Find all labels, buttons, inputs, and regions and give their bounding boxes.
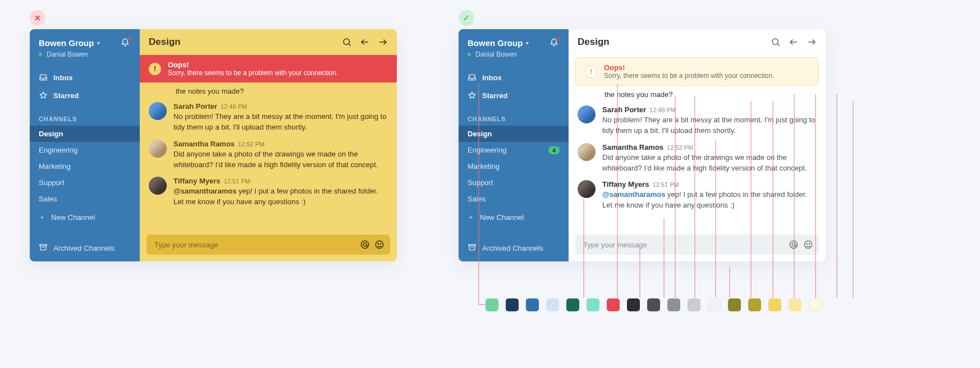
nav-starred[interactable]: Starred [30,86,140,104]
avatar [578,180,596,198]
plus-icon: ＋ [468,213,474,222]
nav-inbox[interactable]: Inbox [30,68,140,86]
channel-item-engineering[interactable]: Engineering [30,142,140,158]
message-input[interactable] [152,236,355,254]
search-icon[interactable] [342,37,352,47]
avatar [578,143,596,161]
color-palette [486,298,822,311]
sidebar: Bowen Group ▾ Danial Bowen [30,29,140,261]
avatar [149,177,167,195]
presence-dot [468,53,471,56]
emoji-icon[interactable] [374,240,384,250]
svg-rect-0 [40,245,47,246]
workspace-name: Bowen Group [468,38,523,48]
svg-point-10 [792,243,795,246]
alert-title: Oops! [168,61,338,69]
next-arrow-icon[interactable] [378,37,388,47]
main-pane: Design ! Oops! Sorry, there seems to be … [140,29,397,261]
sidebar: Bowen Group ▾ Danial Bowen [459,29,569,261]
message-list: the notes you made? Sarah Porter12:48 PM… [140,82,397,230]
alert-icon: ! [585,66,597,78]
plus-icon: ＋ [39,213,45,222]
archive-icon [468,243,477,254]
connection-alert: ! Oops! Sorry, there seems to be a probl… [575,57,819,86]
channel-title: Design [149,36,181,48]
svg-point-12 [807,243,808,245]
new-channel-button[interactable]: ＋ New Channel [459,207,569,228]
prev-arrow-icon[interactable] [360,37,370,47]
svg-rect-7 [469,245,475,246]
avatar [578,105,596,123]
message-fragment: the notes you made? [149,87,388,95]
channel-item-engineering[interactable]: Engineering4 [459,142,569,158]
channel-item-design[interactable]: Design [459,126,569,142]
channel-item-marketing[interactable]: Marketing [30,158,140,174]
mention-icon[interactable] [360,240,370,250]
message-fragment: the notes you made? [578,90,817,99]
notifications-button[interactable] [548,37,560,48]
channel-item-design[interactable]: Design [30,126,140,142]
channel-header: Design [569,29,826,55]
color-swatch [748,298,761,311]
channel-header: Design [140,29,397,55]
search-icon[interactable] [771,37,781,47]
color-swatch [809,298,822,311]
channel-item-sales[interactable]: Sales [30,191,140,207]
channel-item-support[interactable]: Support [459,174,569,191]
mention-icon[interactable] [789,240,799,250]
archived-channels-button[interactable]: Archived Channels [30,236,140,261]
message: Samantha Ramos12:52 PM Did anyone take a… [149,140,388,171]
avatar [149,102,167,120]
message-input[interactable] [581,236,784,254]
alert-title: Oops! [604,63,774,72]
nav-starred[interactable]: Starred [459,86,569,104]
connection-alert: ! Oops! Sorry, there seems to be a probl… [140,55,397,82]
emoji-icon[interactable] [803,240,813,250]
next-arrow-icon[interactable] [807,37,817,47]
bad-indicator-icon: ✕ [30,10,45,26]
notification-dot [127,36,131,41]
avatar [149,140,167,158]
notification-dot [556,36,560,41]
channel-item-support[interactable]: Support [30,174,140,191]
message-list: the notes you made? Sarah Porter12:48 PM… [569,86,826,230]
color-swatch [526,298,539,311]
current-user: Danial Bowen [459,50,569,65]
message: Samantha Ramos12:52 PM Did anyone take a… [578,143,817,174]
nav-inbox[interactable]: Inbox [459,68,569,86]
svg-point-6 [381,243,382,245]
message: Sarah Porter12:48 PM No problem! They ar… [149,102,388,133]
color-swatch [789,298,802,311]
color-swatch [546,298,559,311]
svg-point-4 [375,241,383,249]
workspace-selector[interactable]: Bowen Group ▾ [468,38,529,48]
archived-channels-button[interactable]: Archived Channels [459,236,569,261]
workspace-selector[interactable]: Bowen Group ▾ [39,38,100,48]
star-icon [468,91,477,100]
svg-point-8 [772,39,778,45]
channel-list: Design Engineering4 Marketing Support Sa… [459,126,569,207]
mention[interactable]: @samantharamos [602,190,665,199]
current-user: Danial Bowen [30,50,140,65]
color-swatch [768,298,781,311]
channel-item-marketing[interactable]: Marketing [459,158,569,174]
notifications-button[interactable] [120,37,131,48]
channel-item-sales[interactable]: Sales [459,191,569,207]
color-swatch [506,298,519,311]
channels-header: CHANNELS [30,108,140,126]
color-swatch [647,298,660,311]
prev-arrow-icon[interactable] [789,37,799,47]
message: Tiffany Myers12:51 PM @samantharamos yep… [149,177,388,208]
mention[interactable]: @samantharamos [173,187,236,195]
message: Tiffany Myers12:51 PM @samantharamos yep… [578,180,817,211]
color-swatch [566,298,579,311]
svg-point-5 [378,243,379,245]
alert-subtitle: Sorry, there seems to be a problem with … [604,72,774,80]
new-channel-button[interactable]: ＋ New Channel [30,207,140,228]
chevron-down-icon: ▾ [526,40,529,46]
svg-point-11 [804,241,812,249]
svg-point-2 [361,241,369,249]
message-composer [146,234,390,255]
svg-point-1 [344,39,350,45]
alert-icon: ! [149,63,161,75]
